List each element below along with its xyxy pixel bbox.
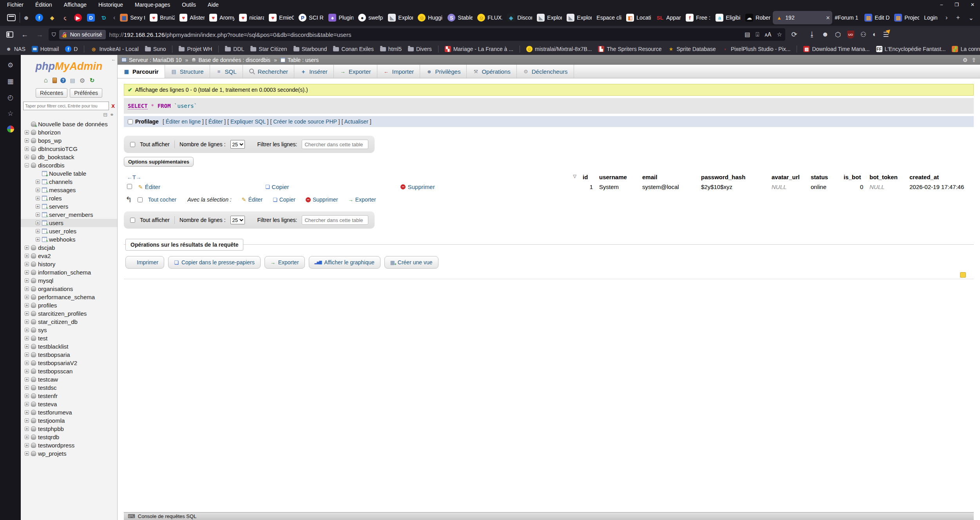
bookmark-item[interactable]: Star Citizen xyxy=(250,46,287,52)
bookmark-item[interactable]: ▞ La connexion Wifi et E... xyxy=(952,46,980,52)
column-arrows-icon[interactable]: ←T→ xyxy=(127,174,141,180)
breadcrumb-server[interactable]: Serveur : MariaDB 10 xyxy=(121,57,182,63)
tree-node-label[interactable]: dbIncursioTCG xyxy=(38,145,78,152)
column-header[interactable]: status xyxy=(808,172,841,182)
tree-node-label[interactable]: testblacklist xyxy=(38,343,69,350)
tree-item[interactable]: + eva2 xyxy=(21,252,117,260)
browser-tab[interactable]: ◣ Explor xyxy=(534,11,564,24)
browser-tab[interactable]: ◣ Explor xyxy=(564,11,594,24)
tree-item[interactable]: + dbIncursioTCG xyxy=(21,145,117,153)
browser-tab[interactable]: ☺ FLUX. xyxy=(475,11,505,24)
tree-item[interactable]: + server_members xyxy=(21,211,117,219)
tree-item[interactable]: + testenfr xyxy=(21,392,117,400)
forward-button[interactable]: → xyxy=(34,29,45,40)
tree-item[interactable]: + testphpbb xyxy=(21,425,117,433)
profiling-link[interactable]: Éditer xyxy=(208,118,223,125)
tree-expander-icon[interactable]: + xyxy=(25,262,29,266)
sort-options-icon[interactable]: ▽ xyxy=(573,174,576,179)
column-header[interactable]: username xyxy=(596,172,639,182)
tree-item[interactable]: + testbopsscan xyxy=(21,367,117,375)
pma-tab[interactable]: Importer xyxy=(377,65,420,78)
browser-tab[interactable]: ♠ Plugin xyxy=(326,11,356,24)
list-all-tabs-icon[interactable]: ⌄ xyxy=(969,14,974,22)
pma-tab[interactable]: Parcourir xyxy=(118,65,165,78)
tool-strip-icon[interactable]: ☆ xyxy=(7,109,13,118)
pinned-tab-favicon[interactable]: D xyxy=(87,14,95,22)
browser-tab[interactable]: ◣ Explor xyxy=(386,11,415,24)
tree-node-label[interactable]: roles xyxy=(49,195,62,202)
tree-item[interactable]: + wp_projets xyxy=(21,449,117,458)
tree-item[interactable]: + testjoomla xyxy=(21,416,117,425)
tree-node-label[interactable]: eva2 xyxy=(38,253,51,259)
browser-tab[interactable]: ◈ Discor xyxy=(505,11,534,24)
tree-expander-icon[interactable]: + xyxy=(25,130,29,135)
tree-expander-icon[interactable]: + xyxy=(25,377,29,382)
show-all-checkbox[interactable] xyxy=(130,218,135,223)
tree-item[interactable]: + bhorizon xyxy=(21,128,117,136)
link-with-main-icon[interactable]: ⚭ xyxy=(110,112,114,118)
page-settings-note-icon[interactable] xyxy=(960,272,966,278)
bookmark-item[interactable]: ▚ Mariage - La France à ... xyxy=(445,46,513,52)
tree-expander-icon[interactable]: + xyxy=(25,138,29,143)
check-all-checkbox[interactable] xyxy=(138,197,143,202)
tree-expander-icon[interactable]: + xyxy=(25,254,29,258)
browser-tab[interactable]: ☁ Rober xyxy=(743,11,773,24)
bookmark-item[interactable] xyxy=(438,45,438,53)
tree-node-label[interactable]: users xyxy=(49,220,63,226)
tree-node-label[interactable]: Nouvelle table xyxy=(49,170,86,177)
scroll-tabs-right-icon[interactable]: › xyxy=(946,14,947,21)
tree-node-label[interactable]: channels xyxy=(49,178,72,185)
tree-item[interactable]: Nouvelle table xyxy=(21,169,117,178)
tree-expander-icon[interactable]: + xyxy=(25,295,29,299)
extra-options-button[interactable]: Options supplémentaires xyxy=(124,157,194,167)
tree-item[interactable]: + sys xyxy=(21,326,117,334)
tree-node-label[interactable]: organisations xyxy=(38,285,73,292)
tree-node-label[interactable]: testqrdb xyxy=(38,434,59,440)
bookmark-item[interactable]: html5 xyxy=(380,46,402,52)
tree-node-label[interactable]: testbopsariaV2 xyxy=(38,360,77,366)
bookmark-item[interactable]: ★ Sprite Database xyxy=(668,46,716,52)
column-header[interactable]: bot_token xyxy=(866,172,906,182)
tree-expander-icon[interactable]: + xyxy=(25,155,29,159)
tree-item[interactable]: + testwordpress xyxy=(21,441,117,449)
tree-node-label[interactable]: wp_projets xyxy=(38,450,67,457)
menu-item[interactable]: Outils xyxy=(182,2,196,8)
tree-expander-icon[interactable]: + xyxy=(25,245,29,250)
bookmark-item[interactable]: Conan Exiles xyxy=(333,46,374,52)
show-all-checkbox[interactable] xyxy=(130,142,135,147)
tree-item[interactable]: + profiles xyxy=(21,301,117,309)
tree-expander-icon[interactable]: + xyxy=(25,369,29,373)
expand-icon[interactable]: ⇪ xyxy=(971,57,976,63)
menu-item[interactable]: Marque-pages xyxy=(135,2,170,8)
tool-strip-icon[interactable] xyxy=(7,125,14,133)
tree-expander-icon[interactable]: + xyxy=(25,278,29,283)
pma-tab[interactable]: Structure xyxy=(165,65,210,78)
query-op-button[interactable]: ▂▅▇ Afficher le graphique xyxy=(309,256,380,269)
browser-tab[interactable]: SL Appar xyxy=(654,11,683,24)
tree-item[interactable]: + servers xyxy=(21,202,117,211)
tree-node-label[interactable]: testenfr xyxy=(38,393,58,399)
tree-node-label[interactable]: testbopsscan xyxy=(38,368,72,375)
tree-node-label[interactable]: bhorizon xyxy=(38,129,61,136)
tree-expander-icon[interactable]: + xyxy=(36,237,40,242)
extensions-puzzle-icon[interactable]: ⬡ xyxy=(835,31,841,39)
browser-tab[interactable]: Espace clie xyxy=(594,11,624,24)
tree-item[interactable]: + roles xyxy=(21,194,117,202)
tree-expander-icon[interactable]: + xyxy=(25,328,29,332)
tree-expander-icon[interactable]: + xyxy=(25,435,29,439)
browser-tab[interactable]: ♥ Bruni2 xyxy=(147,11,177,24)
minimize-button[interactable]: – xyxy=(940,2,943,7)
tree-expander-icon[interactable]: + xyxy=(36,204,40,209)
column-header[interactable]: email xyxy=(639,172,698,182)
pinned-tab-favicon[interactable]: ς xyxy=(61,14,69,22)
browser-tab[interactable]: ● swefpi xyxy=(356,11,386,24)
row-checkbox[interactable] xyxy=(127,184,132,189)
filter-rows-input[interactable] xyxy=(302,215,368,225)
url-bar[interactable]: ⛉ 🔒 Non sécurisé http://192.168.26.126/p… xyxy=(49,28,785,41)
bookmark-item[interactable]: ▙ The Spriters Resource xyxy=(598,46,661,52)
refresh-icon[interactable] xyxy=(89,77,95,84)
new-tab-button[interactable]: + xyxy=(956,14,960,21)
selection-export-link[interactable]: →Exporter xyxy=(348,196,376,203)
tree-item[interactable]: + star_citizen_db xyxy=(21,318,117,326)
tool-strip-icon[interactable]: ⚙ xyxy=(7,61,13,69)
